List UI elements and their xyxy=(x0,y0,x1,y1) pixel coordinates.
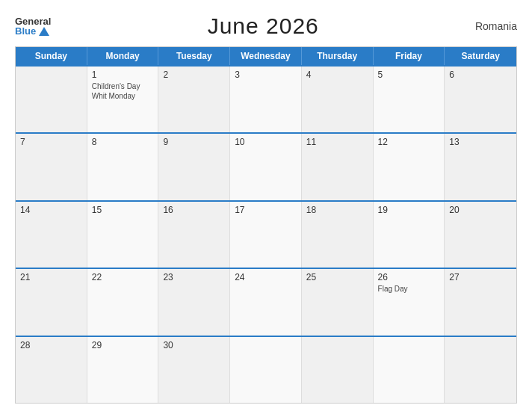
cal-header-sunday: Sunday xyxy=(16,47,87,65)
day-number: 22 xyxy=(92,272,154,282)
cal-cell: 9 xyxy=(158,134,230,200)
day-number: 23 xyxy=(163,272,225,282)
day-number: 17 xyxy=(235,205,297,215)
cal-cell: 3 xyxy=(230,67,302,132)
cal-cell: 8 xyxy=(87,134,159,200)
day-number: 9 xyxy=(163,137,225,147)
cal-header-saturday: Saturday xyxy=(445,47,516,65)
cal-cell: 22 xyxy=(87,269,159,335)
cal-cell: 14 xyxy=(16,202,87,268)
cal-week-0: 1Children's DayWhit Monday23456 xyxy=(16,65,516,132)
cal-cell: 20 xyxy=(445,202,516,268)
cal-cell xyxy=(374,337,445,403)
cal-cell: 11 xyxy=(302,134,374,200)
cal-cell: 17 xyxy=(230,202,302,268)
day-number: 11 xyxy=(306,137,368,147)
country-label: Romania xyxy=(475,20,517,32)
cal-cell: 18 xyxy=(302,202,374,268)
day-number: 7 xyxy=(20,137,82,147)
day-number: 3 xyxy=(235,69,297,80)
event-label: Flag Day xyxy=(378,284,440,294)
day-number: 20 xyxy=(449,205,512,215)
day-number: 6 xyxy=(449,69,512,80)
cal-cell: 21 xyxy=(16,269,87,335)
logo: General Blue xyxy=(15,16,51,36)
cal-header-tuesday: Tuesday xyxy=(158,47,230,65)
day-number: 21 xyxy=(20,272,82,282)
cal-week-4: 282930 xyxy=(16,336,516,403)
cal-cell xyxy=(16,67,87,132)
cal-cell: 13 xyxy=(445,134,516,200)
calendar-body: 1Children's DayWhit Monday23456789101112… xyxy=(16,65,516,403)
cal-cell xyxy=(445,337,516,403)
day-number: 28 xyxy=(20,340,82,350)
cal-cell: 26Flag Day xyxy=(374,269,445,335)
day-number: 29 xyxy=(92,340,154,350)
day-number: 18 xyxy=(306,205,368,215)
cal-week-1: 78910111213 xyxy=(16,132,516,200)
day-number: 14 xyxy=(20,205,82,215)
cal-week-3: 212223242526Flag Day27 xyxy=(16,268,516,335)
cal-cell: 23 xyxy=(158,269,230,335)
cal-cell: 29 xyxy=(87,337,159,403)
cal-cell: 2 xyxy=(158,67,230,132)
cal-header-friday: Friday xyxy=(374,47,445,65)
cal-cell: 12 xyxy=(374,134,445,200)
cal-cell: 6 xyxy=(445,67,516,132)
day-number: 12 xyxy=(378,137,440,147)
cal-cell: 7 xyxy=(16,134,87,200)
event-label: Whit Monday xyxy=(92,91,154,101)
header: General Blue June 2026 Romania xyxy=(15,13,517,39)
day-number: 30 xyxy=(163,340,225,350)
day-number: 19 xyxy=(378,205,440,215)
cal-cell: 15 xyxy=(87,202,159,268)
cal-cell: 4 xyxy=(302,67,374,132)
cal-cell: 19 xyxy=(374,202,445,268)
cal-cell xyxy=(230,337,302,403)
calendar-title: June 2026 xyxy=(208,13,319,39)
cal-cell: 10 xyxy=(230,134,302,200)
cal-cell: 1Children's DayWhit Monday xyxy=(87,67,159,132)
cal-cell: 5 xyxy=(374,67,445,132)
cal-cell: 27 xyxy=(445,269,516,335)
cal-cell: 16 xyxy=(158,202,230,268)
day-number: 16 xyxy=(163,205,225,215)
cal-cell: 24 xyxy=(230,269,302,335)
day-number: 1 xyxy=(92,69,154,80)
cal-header-monday: Monday xyxy=(87,47,159,65)
day-number: 25 xyxy=(306,272,368,282)
event-label: Children's Day xyxy=(92,81,154,91)
day-number: 8 xyxy=(92,137,154,147)
day-number: 27 xyxy=(449,272,512,282)
day-number: 13 xyxy=(449,137,512,147)
cal-week-2: 14151617181920 xyxy=(16,200,516,268)
cal-header-thursday: Thursday xyxy=(302,47,374,65)
cal-cell: 30 xyxy=(158,337,230,403)
day-number: 5 xyxy=(378,69,440,80)
day-number: 2 xyxy=(163,69,225,80)
cal-header-wednesday: Wednesday xyxy=(230,47,302,65)
logo-triangle-icon xyxy=(39,27,49,36)
day-number: 10 xyxy=(235,137,297,147)
cal-cell xyxy=(302,337,374,403)
cal-cell: 25 xyxy=(302,269,374,335)
day-number: 4 xyxy=(306,69,368,80)
day-number: 26 xyxy=(378,272,440,282)
calendar: SundayMondayTuesdayWednesdayThursdayFrid… xyxy=(15,46,517,404)
day-number: 24 xyxy=(235,272,297,282)
calendar-header-row: SundayMondayTuesdayWednesdayThursdayFrid… xyxy=(16,47,516,65)
cal-cell: 28 xyxy=(16,337,87,403)
day-number: 15 xyxy=(92,205,154,215)
page: General Blue June 2026 Romania SundayMon… xyxy=(0,0,532,411)
logo-blue-text: Blue xyxy=(15,26,49,36)
